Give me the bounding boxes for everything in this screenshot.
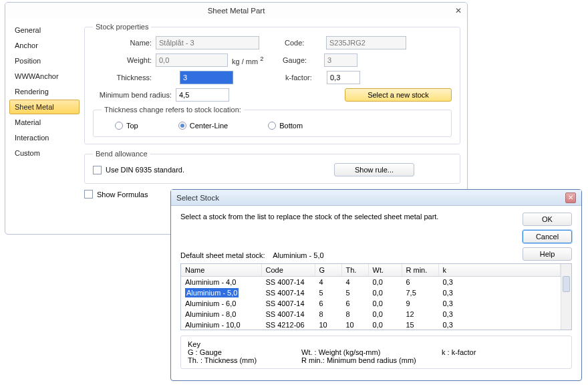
- tab-rendering[interactable]: Rendering: [9, 84, 80, 99]
- vertical-scrollbar[interactable]: [561, 264, 571, 330]
- tab-anchor[interactable]: Anchor: [9, 38, 80, 53]
- table-row[interactable]: Aluminium - 4,0SS 4007-14440,060,3: [181, 277, 561, 288]
- dialog-instruction: Select a stock from the list to replace …: [180, 213, 488, 221]
- radio-top[interactable]: Top: [115, 122, 138, 130]
- name-label: Name:: [93, 39, 152, 47]
- key-th: Th. : Thickness (mm): [188, 356, 275, 364]
- col-name[interactable]: Name: [181, 264, 261, 277]
- use-din-checkbox[interactable]: Use DIN 6935 standard.: [93, 165, 184, 175]
- thickness-label: Thickness:: [93, 74, 152, 82]
- tab-general[interactable]: General: [9, 23, 80, 37]
- gauge-field: [324, 53, 357, 67]
- checkbox-icon: [84, 190, 93, 199]
- bend-allowance-group: Bend allowance Use DIN 6935 standard. Sh…: [84, 150, 460, 184]
- stock-table-wrap: Name Code G Th. Wt. R min. k Aluminium -…: [180, 263, 572, 330]
- key-wt: Wt. : Weight (kg/sq-mm): [301, 348, 415, 356]
- stock-properties-group: Stock properties Name: Code: Weight: kg …: [84, 23, 460, 144]
- thickness-field[interactable]: [180, 71, 233, 84]
- bend-allowance-legend: Bend allowance: [93, 150, 150, 158]
- key-g: G : Gauge: [188, 348, 275, 356]
- kfactor-label: k-factor:: [285, 74, 323, 82]
- dialog-title: Select Stock: [176, 194, 219, 202]
- select-stock-dialog: Select Stock ✕ Select a stock from the l…: [170, 189, 582, 381]
- code-label: Code:: [285, 39, 322, 47]
- weight-field: [156, 53, 228, 67]
- checkbox-icon: [93, 166, 102, 174]
- help-button[interactable]: Help: [523, 247, 572, 261]
- weight-units: kg / mm 2: [232, 55, 279, 66]
- titlebar: Sheet Metal Part ✕: [5, 3, 467, 19]
- key-legend: Key: [188, 340, 565, 348]
- minbend-field[interactable]: [176, 88, 229, 102]
- select-new-stock-button[interactable]: Select a new stock: [345, 88, 452, 102]
- table-row[interactable]: Aluminium - 8,0SS 4007-14880,0120,3: [181, 309, 561, 319]
- col-code[interactable]: Code: [261, 264, 315, 277]
- stock-table: Name Code G Th. Wt. R min. k Aluminium -…: [181, 264, 561, 330]
- gauge-label: Gauge:: [283, 56, 320, 64]
- dialog-body: Select a stock from the list to replace …: [171, 206, 581, 380]
- cancel-button[interactable]: Cancel: [523, 230, 572, 243]
- col-g[interactable]: G: [315, 264, 341, 277]
- tab-wwwanchor[interactable]: WWWAnchor: [9, 69, 80, 84]
- tab-material[interactable]: Material: [9, 115, 80, 130]
- col-th[interactable]: Th.: [341, 264, 368, 277]
- col-k[interactable]: k: [438, 264, 561, 277]
- stock-properties-legend: Stock properties: [93, 23, 151, 31]
- thickness-change-group: Thickness change refers to stock locatio…: [93, 106, 452, 137]
- dialog-titlebar[interactable]: Select Stock ✕: [171, 190, 581, 206]
- weight-label: Weight:: [93, 56, 152, 64]
- close-icon[interactable]: ✕: [455, 3, 462, 19]
- key-k: k : k-factor: [442, 348, 476, 356]
- tab-custom[interactable]: Custom: [9, 146, 80, 160]
- key-rmin: R min.: Minimum bend radius (mm): [301, 356, 416, 364]
- tab-position[interactable]: Position: [9, 53, 80, 68]
- tab-interaction[interactable]: Interaction: [9, 130, 80, 145]
- table-row[interactable]: Aluminium - 10,0SS 4212-0610100,0150,3: [181, 319, 561, 330]
- thickness-change-legend: Thickness change refers to stock locatio…: [102, 106, 244, 114]
- table-row[interactable]: Aluminium - 6,0SS 4007-14660,090,3: [181, 298, 561, 309]
- col-wt[interactable]: Wt.: [368, 264, 402, 277]
- table-row[interactable]: Aluminium - 5,0SS 4007-14550,07,50,3: [181, 287, 561, 298]
- default-stock-label: Default sheet metal stock:: [180, 251, 265, 259]
- tab-sheet-metal[interactable]: Sheet Metal: [9, 100, 80, 114]
- name-field: [156, 36, 259, 49]
- close-icon[interactable]: ✕: [565, 192, 576, 203]
- key-box: Key G : Gauge Wt. : Weight (kg/sq-mm) k …: [180, 336, 572, 369]
- window-title: Sheet Metal Part: [208, 7, 265, 15]
- category-tabs: GeneralAnchorPositionWWWAnchorRenderingS…: [5, 19, 82, 234]
- show-rule-button[interactable]: Show rule...: [334, 163, 414, 176]
- kfactor-field[interactable]: [327, 71, 360, 84]
- minbend-label: Minimum bend radius:: [93, 91, 172, 99]
- radio-center-line[interactable]: Center-Line: [178, 122, 228, 130]
- radio-bottom[interactable]: Bottom: [268, 122, 303, 130]
- default-stock-value: Aluminium - 5,0: [273, 251, 323, 259]
- ok-button[interactable]: OK: [523, 213, 572, 226]
- col-rmin[interactable]: R min.: [402, 264, 438, 277]
- code-field: [326, 36, 406, 49]
- scrollbar-thumb[interactable]: [563, 276, 570, 292]
